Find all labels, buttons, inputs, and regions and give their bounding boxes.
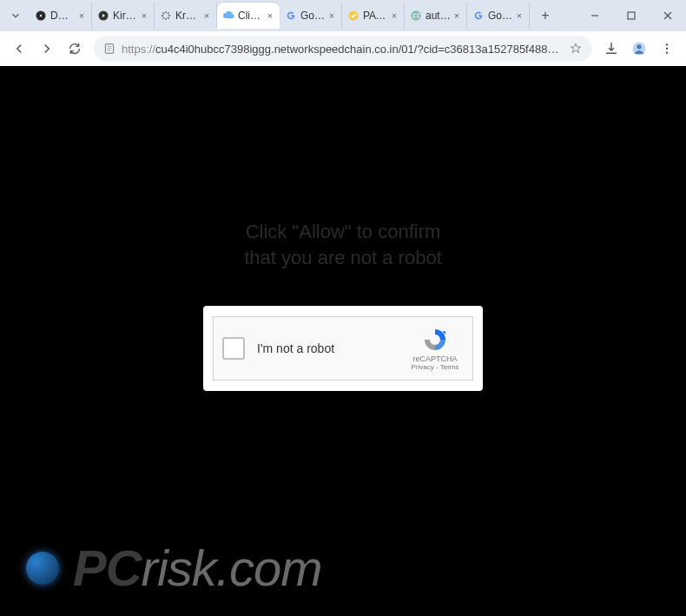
- tab-payment[interactable]: PAYME ×: [342, 3, 405, 29]
- tab-download[interactable]: DOWN ×: [30, 3, 92, 29]
- close-icon[interactable]: ×: [326, 10, 338, 22]
- tab-google-1[interactable]: Google ×: [280, 3, 342, 29]
- tab-kiristv[interactable]: KirisTV ×: [92, 3, 155, 29]
- svg-line-7: [163, 13, 165, 15]
- tab-click-allow[interactable]: Click " ×: [217, 3, 280, 29]
- close-icon[interactable]: ×: [76, 10, 88, 22]
- minimize-button[interactable]: [577, 0, 613, 31]
- prompt-line-2: that you are not a robot: [0, 245, 686, 271]
- tab-auto[interactable]: auto-l ×: [405, 3, 467, 29]
- svg-point-22: [637, 44, 641, 49]
- captcha-brand: reCAPTCHA Privacy - Terms: [406, 327, 464, 371]
- menu-button[interactable]: [653, 35, 681, 63]
- close-icon[interactable]: ×: [513, 10, 525, 22]
- captcha-label: I'm not a robot: [257, 341, 406, 355]
- url-text: https://cu4c4i0hubcc7398iggg.networkspee…: [122, 43, 563, 56]
- captcha-widget: I'm not a robot reCAPTCHA Privacy - Term…: [213, 316, 473, 381]
- navigation-bar: https://cu4c4i0hubcc7398iggg.networkspee…: [0, 31, 686, 66]
- maximize-button[interactable]: [613, 0, 650, 31]
- svg-point-24: [666, 48, 668, 50]
- svg-point-11: [349, 11, 359, 21]
- svg-point-1: [40, 15, 42, 17]
- back-button[interactable]: [5, 35, 33, 63]
- google-icon: [285, 10, 297, 22]
- google-icon: [472, 10, 485, 22]
- tab-title: Click ": [238, 10, 264, 22]
- forward-button[interactable]: [33, 35, 61, 63]
- chevron-down-icon: [10, 10, 22, 22]
- tab-title: Google: [488, 10, 513, 22]
- close-icon[interactable]: ×: [138, 10, 150, 22]
- svg-line-10: [168, 13, 169, 15]
- svg-rect-14: [628, 12, 635, 19]
- page-content: Click "Allow" to confirm that you are no…: [0, 66, 686, 616]
- close-icon[interactable]: ×: [201, 10, 213, 22]
- close-icon[interactable]: ×: [451, 10, 463, 22]
- close-icon[interactable]: ×: [264, 10, 276, 22]
- tab-kraven[interactable]: Kraven ×: [155, 3, 217, 29]
- tab-history-dropdown[interactable]: [5, 5, 26, 26]
- svg-line-8: [168, 17, 169, 19]
- tab-title: KirisTV: [113, 10, 138, 22]
- captcha-checkbox[interactable]: [222, 337, 245, 360]
- tab-title: DOWN: [50, 10, 76, 22]
- download-button[interactable]: [597, 35, 625, 63]
- check-icon: [347, 10, 359, 22]
- captcha-brand-text: reCAPTCHA: [412, 354, 457, 363]
- globe-icon: [410, 10, 422, 22]
- close-window-button[interactable]: [650, 0, 686, 31]
- window-controls: [577, 0, 686, 31]
- browser-chrome: DOWN × KirisTV × Kraven × Click " × Goog…: [0, 0, 686, 67]
- recaptcha-icon: [422, 327, 448, 353]
- address-bar[interactable]: https://cu4c4i0hubcc7398iggg.networkspee…: [94, 36, 592, 62]
- captcha-card: I'm not a robot reCAPTCHA Privacy - Term…: [203, 306, 483, 391]
- new-tab-button[interactable]: +: [533, 3, 557, 28]
- captcha-links[interactable]: Privacy - Terms: [412, 363, 459, 371]
- prompt-line-1: Click "Allow" to confirm: [0, 219, 686, 245]
- tab-title: PAYME: [363, 10, 388, 22]
- svg-line-9: [163, 17, 165, 19]
- tab-title: Google: [300, 10, 326, 22]
- disk-icon: [35, 10, 47, 22]
- svg-point-25: [666, 51, 668, 53]
- spinner-icon: [160, 10, 172, 22]
- tab-title: auto-l: [425, 10, 451, 22]
- reload-button[interactable]: [61, 35, 89, 63]
- site-info-icon[interactable]: [102, 42, 116, 56]
- video-icon: [97, 10, 109, 22]
- bookmark-icon[interactable]: [568, 41, 584, 56]
- close-icon[interactable]: ×: [388, 10, 400, 22]
- profile-button[interactable]: [625, 35, 653, 63]
- cloud-icon: [222, 10, 234, 22]
- tab-google-2[interactable]: Google ×: [467, 3, 530, 29]
- svg-point-23: [666, 43, 668, 45]
- tab-title: Kraven: [175, 10, 201, 22]
- scam-prompt: Click "Allow" to confirm that you are no…: [0, 219, 686, 270]
- tab-strip: DOWN × KirisTV × Kraven × Click " × Goog…: [0, 0, 686, 31]
